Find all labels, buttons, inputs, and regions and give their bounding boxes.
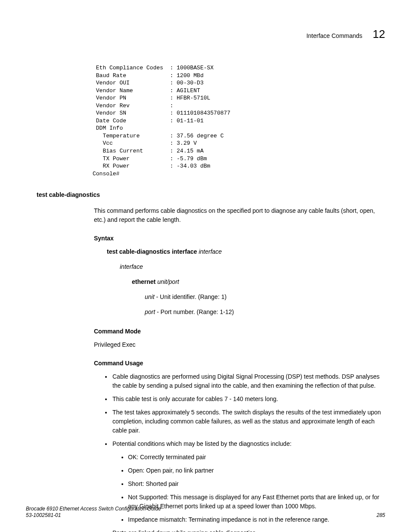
command-description: This command performs cable diagnostics …: [94, 206, 385, 224]
page-footer: Brocade 6910 Ethernet Access Switch Conf…: [26, 506, 385, 519]
footer-page-number: 285: [377, 511, 385, 519]
command-name: test cable-diagnostics: [37, 190, 385, 199]
syntax-port-italic: port: [145, 308, 155, 315]
command-usage-heading: Command Usage: [94, 359, 385, 368]
syntax-interface-label: interface: [120, 262, 385, 271]
footer-left: Brocade 6910 Ethernet Access Switch Conf…: [26, 506, 161, 519]
syntax-command-bold: test cable-diagnostics interface: [107, 248, 197, 255]
command-mode-value: Privileged Exec: [94, 340, 385, 349]
footer-docnum: 53-1002581-01: [26, 512, 161, 519]
list-item-text: Potential conditions which may be listed…: [112, 440, 292, 447]
syntax-command-line: test cable-diagnostics interface interfa…: [107, 247, 385, 256]
syntax-heading: Syntax: [94, 234, 385, 243]
command-mode-heading: Command Mode: [94, 327, 385, 336]
syntax-unit-line: unit - Unit identifier. (Range: 1): [145, 292, 385, 302]
syntax-command-italic: interface: [199, 248, 222, 255]
footer-title: Brocade 6910 Ethernet Access Switch Conf…: [26, 506, 161, 513]
syntax-ethernet-line: ethernet unit/port: [132, 277, 385, 286]
console-output: Eth Compliance Codes : 1000BASE-SX Baud …: [93, 64, 385, 177]
list-item: Ports are linked down while running cabl…: [112, 529, 385, 532]
syntax-ethernet-bold: ethernet: [132, 278, 156, 285]
syntax-port-desc: - Port number. (Range: 1-12): [155, 308, 234, 315]
syntax-ethernet-italic: unit/port: [157, 278, 179, 285]
header-chapter-number: 12: [373, 26, 385, 43]
list-item: OK: Correctly terminated pair: [128, 453, 385, 462]
header-title: Interface Commands: [306, 31, 362, 40]
syntax-port-line: port - Port number. (Range: 1-12): [145, 308, 385, 317]
page-header: Interface Commands 12: [26, 26, 385, 43]
syntax-unit-desc: - Unit identifier. (Range: 1): [155, 293, 227, 300]
syntax-unit-italic: unit: [145, 293, 155, 300]
list-item: The test takes approximately 5 seconds. …: [112, 408, 385, 435]
list-item: This cable test is only accurate for cab…: [112, 395, 385, 404]
list-item: Cable diagnostics are performed using Di…: [112, 372, 385, 390]
list-item: Short: Shorted pair: [128, 479, 385, 488]
list-item: Open: Open pair, no link partner: [128, 466, 385, 475]
